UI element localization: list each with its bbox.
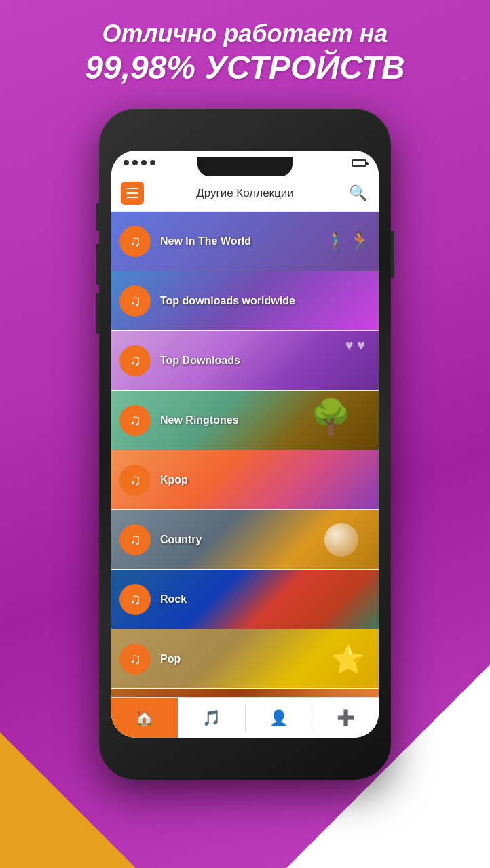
search-icon: 🔍 (349, 184, 367, 202)
dot-3 (141, 160, 147, 165)
music-note-icon: ♫ (130, 233, 141, 250)
music-note-icon: ♫ (130, 471, 141, 489)
menu-line-3 (126, 197, 138, 199)
phone-shell: Другие Коллекции 🔍 🚶‍♂️🏃 ♫ New In The Wo… (99, 108, 391, 780)
music-note-icon: ♫ (130, 292, 141, 310)
item-label: Top downloads worldwide (160, 295, 295, 307)
evolution-decoration: 🚶‍♂️🏃 (324, 230, 372, 252)
nav-home[interactable]: 🏠 (111, 698, 178, 738)
music-note-icon: ♫ (130, 412, 141, 429)
music-icon-button[interactable]: ♫ (119, 285, 151, 317)
list-item[interactable]: ♫ Top downloads worldwide (111, 271, 379, 331)
volume-down-button (96, 293, 99, 334)
profile-icon: 👤 (269, 709, 288, 727)
nav-music[interactable]: 🎵 (178, 698, 245, 738)
item-label: New In The World (160, 235, 251, 248)
music-icon-button[interactable]: ♫ (119, 644, 151, 675)
music-icon-button[interactable]: ♫ (119, 524, 151, 555)
music-icon-button[interactable]: ♫ (119, 405, 151, 436)
list-item[interactable]: ♫ Country (111, 510, 379, 570)
item-label: Kpop (160, 474, 188, 486)
power-button (391, 231, 394, 278)
bubble-decoration (324, 523, 358, 557)
music-note-icon: ♫ (130, 591, 141, 608)
list-item[interactable]: 🚶‍♂️🏃 ♫ New In The World (111, 212, 379, 271)
item-label: Rock (160, 593, 187, 606)
music-note-icon: ♫ (130, 531, 141, 549)
volume-up-button (96, 244, 99, 285)
list-item[interactable]: ⭐ ♫ Pop (111, 629, 379, 689)
tree-decoration: 🌳 (309, 397, 352, 437)
battery-icon (352, 159, 366, 167)
app-header: Другие Коллекции 🔍 (111, 175, 379, 212)
menu-button[interactable] (121, 182, 144, 205)
signal-dots (124, 160, 155, 165)
nav-profile[interactable]: 👤 (246, 698, 312, 738)
headline-line1: Отлично работает на (0, 19, 490, 48)
headline-line2: 99,98% УСТРОЙСТВ (0, 48, 490, 87)
list-item[interactable]: 🌳 ♫ New Ringtones (111, 391, 379, 450)
list-item[interactable]: ♫ Rock (111, 570, 379, 629)
hearts-decoration: ♥ ♥ (345, 338, 365, 353)
music-icon-button[interactable]: ♫ (119, 465, 151, 496)
music-note-icon: ♫ (130, 650, 141, 668)
item-label: Pop (160, 653, 181, 665)
star-decoration: ⭐ (331, 643, 365, 675)
phone-screen: Другие Коллекции 🔍 🚶‍♂️🏃 ♫ New In The Wo… (111, 151, 379, 738)
phone-notch (197, 157, 293, 176)
home-icon: 🏠 (135, 709, 153, 727)
dot-4 (150, 160, 155, 165)
dot-2 (132, 160, 138, 165)
dot-1 (124, 160, 129, 165)
phone-mockup: Другие Коллекции 🔍 🚶‍♂️🏃 ♫ New In The Wo… (99, 108, 391, 780)
headline: Отлично работает на 99,98% УСТРОЙСТВ (0, 19, 490, 87)
mute-button (96, 203, 99, 231)
item-label: Top Downloads (160, 355, 240, 367)
add-icon: ➕ (337, 709, 355, 727)
list-item[interactable]: ♥ ♥ ♫ Top Downloads (111, 331, 379, 391)
menu-line-2 (126, 192, 138, 194)
music-icon-button[interactable]: ♫ (119, 345, 151, 376)
item-label: New Ringtones (160, 414, 239, 427)
list-item[interactable]: ⚽ ♫ Oldphone (111, 689, 379, 697)
app-title: Другие Коллекции (144, 186, 346, 200)
nav-add[interactable]: ➕ (312, 698, 379, 738)
bottom-navigation: 🏠 🎵 👤 ➕ (111, 697, 379, 738)
music-icon-button[interactable]: ♫ (119, 584, 151, 615)
search-button[interactable]: 🔍 (346, 182, 369, 205)
music-note-icon: ♫ (130, 352, 141, 370)
list-item[interactable]: ♫ Kpop (111, 450, 379, 510)
music-library-icon: 🎵 (202, 709, 221, 727)
category-list: 🚶‍♂️🏃 ♫ New In The World ♫ Top downloads… (111, 212, 379, 697)
music-icon-button[interactable]: ♫ (119, 226, 151, 257)
menu-line-1 (126, 188, 138, 190)
item-label: Country (160, 534, 202, 546)
